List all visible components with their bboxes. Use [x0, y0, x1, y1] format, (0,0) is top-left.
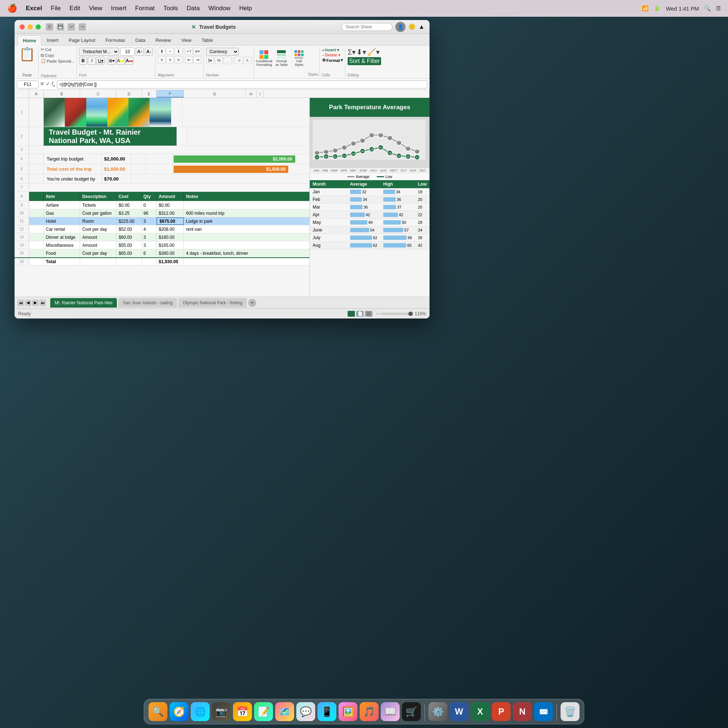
cut-button[interactable]: ✂ Cut: [41, 47, 74, 52]
conditional-formatting-button[interactable]: Conditional Formatting: [255, 48, 272, 69]
search-icon[interactable]: 🔍: [704, 5, 711, 12]
underline-button[interactable]: U▾: [96, 57, 104, 65]
emoji-icon[interactable]: 🙂: [408, 23, 416, 30]
cell-item-15[interactable]: Food: [44, 249, 80, 257]
dock-appstore[interactable]: 🛒: [402, 702, 421, 721]
function-icon[interactable]: fx: [52, 81, 55, 88]
cell-qty-11[interactable]: 3: [142, 217, 156, 225]
menu-excel[interactable]: Excel: [26, 5, 42, 12]
cell-cost-10[interactable]: $3.25: [116, 209, 142, 217]
percent-btn[interactable]: %: [215, 57, 223, 64]
cell-qty-10[interactable]: 96: [142, 209, 156, 217]
dock-calendar[interactable]: 📅: [233, 702, 252, 721]
cell-cost-14[interactable]: $55.00: [116, 241, 142, 249]
col-header-H[interactable]: H: [246, 90, 257, 98]
font-color-button[interactable]: A: [125, 57, 133, 65]
menu-data[interactable]: Data: [187, 5, 200, 12]
col-header-C[interactable]: C: [80, 90, 116, 98]
cell-A14[interactable]: [29, 241, 44, 249]
increase-font-btn[interactable]: A↑: [136, 48, 144, 56]
cell-A13[interactable]: [29, 233, 44, 241]
cell-notes-13[interactable]: [184, 233, 309, 241]
cell-item-11[interactable]: Hotel: [44, 217, 80, 225]
collapse-icon[interactable]: ▲: [419, 24, 424, 30]
apple-menu[interactable]: 🍎: [7, 4, 17, 13]
col-header-G[interactable]: G: [184, 90, 246, 98]
cell-cost-15[interactable]: $65.00: [116, 249, 142, 257]
increase-decimal-btn[interactable]: .0: [235, 57, 243, 64]
cell-amount-9[interactable]: $0.00: [156, 201, 184, 209]
dock-books[interactable]: 📖: [381, 702, 400, 721]
cell-row3[interactable]: [29, 146, 309, 154]
dock-finder[interactable]: 🔍: [148, 702, 167, 721]
clear-button[interactable]: 🧹▾: [367, 48, 380, 57]
cell-amount-14[interactable]: $165.00: [156, 241, 184, 249]
cell-amount-13[interactable]: $180.00: [156, 233, 184, 241]
dock-notes[interactable]: 📝: [254, 702, 273, 721]
cell-row7[interactable]: [29, 184, 309, 191]
cell-cost-16[interactable]: [116, 258, 142, 265]
tab-view[interactable]: View: [176, 35, 197, 45]
cell-A4[interactable]: [29, 154, 44, 164]
cell-F4[interactable]: [145, 154, 173, 164]
cell-A15[interactable]: [29, 249, 44, 257]
cell-A6[interactable]: [29, 174, 44, 184]
save-icon[interactable]: 💾: [57, 23, 64, 31]
cell-E4[interactable]: [131, 154, 145, 164]
bold-button[interactable]: B: [79, 57, 87, 65]
col-header-A[interactable]: A: [29, 90, 44, 98]
cell-item-12[interactable]: Car rental: [44, 225, 80, 233]
cell-E5[interactable]: [131, 164, 145, 174]
cell-A8[interactable]: [29, 192, 44, 201]
fill-color-button[interactable]: A: [116, 57, 124, 65]
cell-amount-15[interactable]: $390.00: [156, 249, 184, 257]
cell-A2[interactable]: [29, 127, 44, 145]
cell-rest-2[interactable]: [187, 127, 310, 145]
cell-notes-10[interactable]: 600 miles round trip: [184, 209, 309, 217]
format-dropdown[interactable]: ⚙ Format ▾: [322, 58, 343, 63]
cell-cost-13[interactable]: $60.00: [116, 233, 142, 241]
maximize-button[interactable]: [36, 24, 41, 29]
cell-item-13[interactable]: Dinner at lodge: [44, 233, 80, 241]
tab-next-btn[interactable]: ▶: [32, 300, 38, 306]
cell-cost-11[interactable]: $225.00: [116, 217, 142, 225]
menu-help[interactable]: Help: [239, 5, 252, 12]
cell-H2[interactable]: [177, 127, 187, 145]
sheet-tab-sanjuan[interactable]: San Juan Islands - sailing: [118, 298, 177, 307]
cell-H1[interactable]: [171, 98, 182, 127]
zoom-track[interactable]: [380, 313, 409, 315]
cell-desc-13[interactable]: Amount: [80, 233, 116, 241]
cell-notes-9[interactable]: [184, 201, 309, 209]
menu-tools[interactable]: Tools: [164, 5, 178, 12]
cell-amount-16-total[interactable]: $1,930.00: [156, 258, 184, 265]
decrease-indent-btn[interactable]: ⇤: [185, 56, 193, 63]
comma-btn[interactable]: ,: [223, 57, 231, 64]
cell-F5[interactable]: [145, 164, 173, 174]
paste-button[interactable]: 📋: [19, 48, 35, 61]
cell-A9[interactable]: [29, 201, 44, 209]
dock-safari[interactable]: 🌐: [191, 702, 210, 721]
under-budget-value[interactable]: $70.00: [102, 174, 131, 184]
copy-button[interactable]: ⧉ Copy: [41, 53, 74, 58]
menu-file[interactable]: File: [50, 5, 60, 12]
cell-notes-11[interactable]: Lodge in park: [184, 217, 309, 225]
dock-messages[interactable]: 💬: [296, 702, 315, 721]
dock-settings[interactable]: ⚙️: [428, 702, 447, 721]
tab-table[interactable]: Table: [197, 35, 218, 45]
font-size-input[interactable]: [120, 48, 135, 56]
cell-rest-6[interactable]: [131, 174, 309, 184]
cell-qty-13[interactable]: 3: [142, 233, 156, 241]
zoom-out-icon[interactable]: −: [376, 311, 379, 316]
cell-amount-10[interactable]: $312.00: [156, 209, 184, 217]
decrease-decimal-btn[interactable]: 0.: [243, 57, 252, 64]
dock-powerpoint[interactable]: P: [492, 702, 511, 721]
cell-item-9[interactable]: Airfare: [44, 201, 80, 209]
cell-A16[interactable]: [29, 258, 44, 265]
dock-facetime[interactable]: 📱: [317, 702, 336, 721]
cell-qty-9[interactable]: 0: [142, 201, 156, 209]
cell-desc-15[interactable]: Cost per day: [80, 249, 116, 257]
page-layout-icon[interactable]: 📄: [356, 311, 364, 317]
menu-edit[interactable]: Edit: [70, 5, 80, 12]
cell-amount-12[interactable]: $208.00: [156, 225, 184, 233]
border-button[interactable]: ⊞▾: [108, 57, 116, 65]
